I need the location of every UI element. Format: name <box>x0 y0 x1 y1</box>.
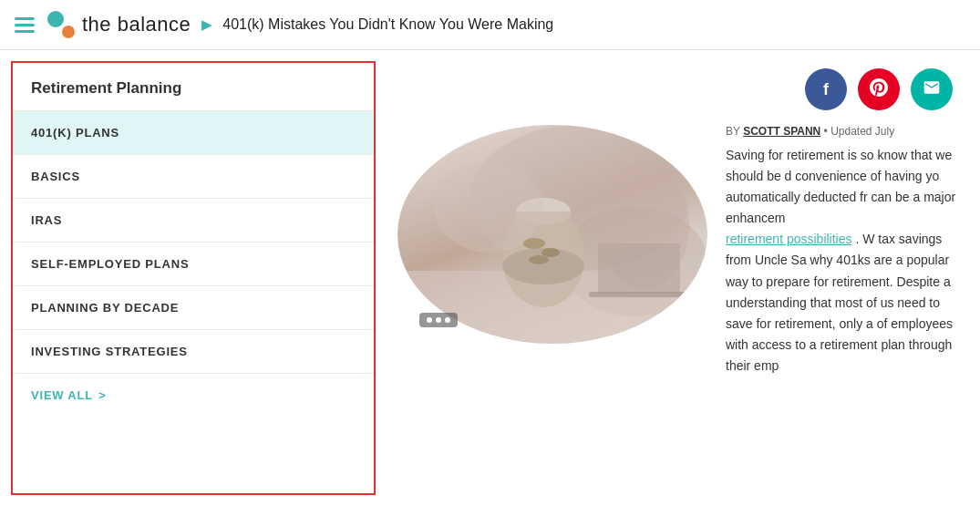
sidebar-item-investing[interactable]: INVESTING STRATEGIES <box>13 330 374 374</box>
hamburger-menu-icon[interactable] <box>15 17 35 33</box>
header: the balance ▶ 401(k) Mistakes You Didn't… <box>0 0 980 50</box>
article-body: Saving for retirement is so know that we… <box>726 145 962 377</box>
article-text: BY SCOTT SPANN • Updated July Saving for… <box>726 125 962 377</box>
sidebar-item-planning-decade[interactable]: PLANNING BY DECADE <box>13 286 374 330</box>
svg-rect-13 <box>589 292 689 297</box>
share-email-button[interactable] <box>911 68 953 110</box>
share-facebook-button[interactable]: f <box>805 68 847 110</box>
retirement-possibilities-link[interactable]: retirement possibilities <box>726 232 852 246</box>
svg-point-11 <box>434 161 543 253</box>
article-area: f <box>376 50 980 506</box>
sidebar-item-401k-plans[interactable]: 401(K) PLANS <box>13 111 374 155</box>
article-text-2: . W tax savings from Uncle Sa why 401ks … <box>726 232 953 373</box>
svg-point-8 <box>542 248 560 257</box>
author-name[interactable]: SCOTT SPANN <box>743 125 820 138</box>
share-pinterest-button[interactable] <box>858 68 900 110</box>
hero-image-container <box>397 125 707 344</box>
brand-name[interactable]: the balance <box>82 13 191 36</box>
sidebar-item-iras[interactable]: IRAS <box>13 199 374 243</box>
image-dots[interactable] <box>419 313 458 327</box>
sidebar-item-self-employed[interactable]: SELF-EMPLOYED PLANS <box>13 243 374 286</box>
byline: BY SCOTT SPANN • Updated July <box>726 125 962 138</box>
logo-teal-circle <box>47 11 64 27</box>
email-icon <box>923 78 941 101</box>
dot-2 <box>436 317 441 323</box>
logo-mark <box>47 11 75 38</box>
svg-point-9 <box>529 255 549 264</box>
logo-orange-circle <box>62 26 75 38</box>
share-buttons: f <box>397 68 962 110</box>
view-all-link[interactable]: VIEW ALL > <box>13 374 374 417</box>
pinterest-icon <box>870 78 888 101</box>
sidebar-item-basics[interactable]: BASICS <box>13 155 374 199</box>
content-wrapper: BY SCOTT SPANN • Updated July Saving for… <box>397 125 962 377</box>
breadcrumb-arrow: ▶ <box>201 17 211 32</box>
updated-date: • Updated July <box>824 125 895 138</box>
article-text-1: Saving for retirement is so know that we… <box>726 148 955 225</box>
breadcrumb-title: 401(k) Mistakes You Didn't Know You Were… <box>222 16 553 33</box>
dot-1 <box>427 317 432 323</box>
view-all-arrow: > <box>98 388 106 402</box>
svg-rect-12 <box>598 243 680 294</box>
sidebar-title: Retirement Planning <box>13 63 374 111</box>
byline-prefix: BY <box>726 125 740 138</box>
facebook-icon: f <box>823 80 829 99</box>
sidebar: Retirement Planning 401(K) PLANS BASICS … <box>11 61 376 495</box>
main-content: Retirement Planning 401(K) PLANS BASICS … <box>0 50 980 506</box>
dot-3 <box>445 317 450 323</box>
